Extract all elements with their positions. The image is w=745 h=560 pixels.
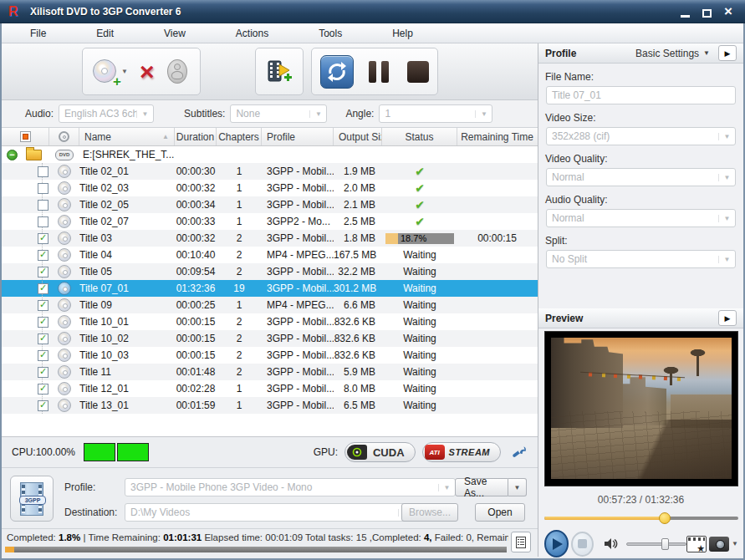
browse-button[interactable]: Browse... (401, 503, 458, 522)
angle-select[interactable]: 1 ▼ (379, 104, 492, 123)
menu-item-file[interactable]: File (20, 25, 56, 42)
table-row[interactable]: Title 02_01 00:00:30 1 3GPP - Mobil... 1… (2, 163, 538, 180)
chevron-down-icon: ▼ (718, 215, 735, 222)
table-row[interactable]: Title 04 00:10:40 2 MP4 - MPEG... 167.5 … (2, 247, 538, 263)
save-as-dropdown-icon[interactable]: ▼ (508, 478, 527, 496)
ati-stream-button[interactable]: ATI STREAM (422, 442, 501, 462)
menu-item-tools[interactable]: Tools (309, 25, 352, 42)
video-size-select[interactable]: 352x288 (cif)▼ (546, 127, 736, 145)
row-checkbox[interactable] (38, 300, 48, 311)
preview-expand-button[interactable]: ▶ (718, 310, 737, 326)
close-button[interactable]: × (722, 6, 735, 18)
collapse-icon[interactable]: − (7, 150, 18, 160)
menu-item-actions[interactable]: Actions (226, 25, 278, 42)
table-row[interactable]: Title 11 00:01:48 2 3GPP - Mobil... 5.9 … (2, 364, 538, 380)
video-quality-select[interactable]: Normal▼ (546, 168, 736, 186)
add-video-button[interactable] (266, 59, 293, 84)
volume-slider[interactable] (626, 538, 686, 550)
table-row[interactable]: Title 12_01 00:02:28 1 3GPP - Mobil... 8… (2, 380, 538, 397)
column-chapters[interactable]: Chapters (217, 128, 262, 145)
snapshot-dropdown-icon[interactable]: ▼ (732, 540, 738, 547)
seek-bar[interactable] (544, 512, 738, 524)
snapshot-camera-button[interactable] (709, 537, 729, 552)
column-remaining-time[interactable]: Remaining Time (457, 128, 537, 145)
table-row[interactable]: Title 02_05 00:00:34 1 3GPP - Mobil... 2… (2, 196, 538, 213)
row-checkbox[interactable] (38, 400, 48, 411)
seek-thumb[interactable] (659, 512, 671, 524)
settings-wrench-button[interactable] (509, 442, 529, 462)
row-status: ✔ (382, 165, 457, 178)
basic-settings-dropdown[interactable]: Basic Settings▼ (635, 48, 710, 59)
row-checkbox[interactable] (38, 367, 48, 378)
table-row[interactable]: Title 05 00:09:54 2 3GPP - Mobil... 32.2… (2, 263, 538, 280)
table-row[interactable]: Title 10_01 00:00:15 2 3GPP - Mobil... 8… (2, 313, 538, 330)
row-status: Waiting (382, 249, 457, 261)
stop-button[interactable] (389, 61, 429, 83)
menu-item-view[interactable]: View (154, 25, 196, 42)
destination-select[interactable]: D:\My Videos ▼ (125, 503, 416, 522)
menu-item-help[interactable]: Help (382, 25, 423, 42)
column-disc-icon[interactable] (49, 128, 79, 145)
volume-button[interactable] (604, 537, 618, 550)
title-disc-icon (58, 298, 71, 312)
subtitles-select[interactable]: None ▼ (230, 104, 327, 123)
volume-thumb[interactable] (661, 538, 669, 550)
source-row[interactable]: − DVD E:[SHREK_THE_T... (2, 146, 538, 163)
preferences-snapshot-button[interactable]: ★ (686, 536, 707, 552)
row-checkbox[interactable] (38, 166, 48, 177)
row-checkbox[interactable] (38, 200, 48, 211)
profile-expand-button[interactable]: ▶ (718, 45, 737, 61)
row-checkbox[interactable] (38, 216, 48, 227)
table-row[interactable]: Title 10_03 00:00:15 2 3GPP - Mobil... 8… (2, 347, 538, 364)
row-checkbox[interactable] (38, 384, 48, 395)
table-row[interactable]: Title 10_02 00:00:15 2 3GPP - Mobil... 8… (2, 330, 538, 347)
maximize-button[interactable] (700, 6, 713, 18)
menu-bar: File Edit View Actions Tools Help (2, 23, 743, 43)
row-checkbox[interactable] (38, 267, 48, 277)
pause-button[interactable] (354, 61, 389, 83)
table-row[interactable]: Title 13_01 00:01:59 1 3GPP - Mobil... 6… (2, 397, 538, 414)
delete-button[interactable]: × (128, 60, 155, 84)
task-info-button[interactable] (511, 532, 531, 552)
table-row[interactable]: Title 09 00:00:25 1 MP4 - MPEG... 6.6 MB… (2, 297, 538, 313)
table-row[interactable]: Title 02_03 00:00:32 1 3GPP - Mobil... 2… (2, 180, 538, 196)
row-checkbox[interactable] (38, 350, 48, 361)
audio-select[interactable]: English AC3 6ch (0x8 ▼ (59, 104, 154, 123)
table-row[interactable]: Title 07_01 01:32:36 19 3GPP - Mobil... … (2, 280, 538, 297)
title-disc-icon (58, 232, 71, 245)
open-button[interactable]: Open (475, 503, 525, 522)
play-button[interactable] (544, 530, 569, 557)
save-as-button[interactable]: Save As... (455, 478, 508, 496)
table-row[interactable]: Title 02_07 00:00:33 1 3GPP2 - Mo... 2.5… (2, 213, 538, 230)
file-name-input[interactable]: Title 07_01 (546, 86, 736, 104)
minimize-button[interactable] (678, 6, 691, 18)
add-dvd-button[interactable]: + ▼ (83, 59, 128, 84)
cuda-button[interactable]: CUDA (344, 442, 416, 462)
table-row[interactable]: Title 03 00:00:32 2 3GPP - Mobil... 1.8 … (2, 230, 538, 247)
row-checkbox[interactable] (38, 283, 48, 294)
column-output-size[interactable]: Output Size (334, 128, 382, 145)
row-checkbox[interactable] (38, 233, 48, 244)
add-dvd-dropdown-icon[interactable]: ▼ (121, 68, 128, 75)
row-checkbox[interactable] (38, 183, 48, 194)
profile-select[interactable]: 3GPP - Mobile Phone 3GP Video - Mono ▼ (125, 478, 456, 496)
row-checkbox[interactable] (38, 317, 48, 328)
column-status[interactable]: Status (382, 128, 457, 145)
row-profile: 3GPP - Mobil... (262, 232, 334, 244)
split-select[interactable]: No Split▼ (546, 250, 736, 268)
overall-progress-fill (5, 547, 14, 552)
row-duration: 00:00:32 (175, 182, 217, 194)
preview-stop-button[interactable] (571, 532, 594, 557)
menu-item-edit[interactable]: Edit (86, 25, 124, 42)
convert-icon (326, 61, 348, 83)
row-checkbox[interactable] (38, 333, 48, 344)
audio-quality-select[interactable]: Normal▼ (546, 209, 736, 227)
convert-button[interactable] (320, 55, 354, 89)
column-name[interactable]: Name▲ (79, 128, 175, 145)
column-profile[interactable]: Profile (262, 128, 334, 145)
format-button[interactable]: 3GPP (10, 476, 54, 522)
column-check-all[interactable] (2, 128, 49, 145)
column-duration[interactable]: Duration (175, 128, 217, 145)
title-progress-bar: 18.7% (385, 233, 454, 244)
row-checkbox[interactable] (38, 250, 48, 261)
